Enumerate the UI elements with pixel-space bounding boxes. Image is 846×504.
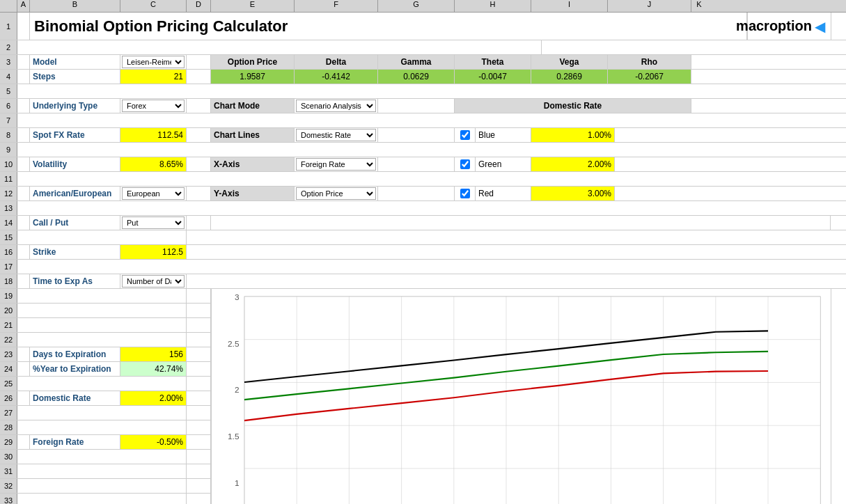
chart-mode-select[interactable]: Scenario Analysis bbox=[296, 100, 376, 112]
underlying-dropdown-cell[interactable]: Forex bbox=[120, 99, 187, 113]
domrate-value[interactable]: 2.00% bbox=[120, 391, 187, 405]
steps-value[interactable]: 21 bbox=[120, 70, 187, 84]
underlying-type-label: Underlying Type bbox=[30, 99, 120, 113]
row-26-num: 26 bbox=[0, 391, 17, 405]
row-22-num: 22 bbox=[0, 333, 17, 347]
row-15-num: 15 bbox=[0, 230, 17, 244]
red-checkbox[interactable] bbox=[460, 189, 470, 198]
row-29-num: 29 bbox=[0, 435, 17, 449]
col-i-header: I bbox=[531, 0, 608, 12]
theta-col-header: Theta bbox=[455, 55, 531, 69]
cell-a1 bbox=[17, 13, 30, 40]
row-33-num: 33 bbox=[0, 494, 17, 504]
col-j-header: J bbox=[608, 0, 691, 12]
volatility-label: Volatility bbox=[30, 157, 120, 171]
page-title: Binomial Option Pricing Calculator bbox=[34, 17, 288, 36]
model-label: Model bbox=[30, 55, 120, 69]
spot-fx-value[interactable]: 112.54 bbox=[120, 128, 187, 142]
row-number-header bbox=[0, 0, 17, 12]
xaxis-dropdown[interactable]: Foreign Rate bbox=[295, 157, 378, 171]
right-spacer bbox=[831, 289, 846, 504]
delta-value: -0.4142 bbox=[295, 70, 378, 84]
steps-label: Steps bbox=[30, 70, 120, 84]
ameur-dropdown[interactable]: European bbox=[120, 187, 187, 200]
row-3-num: 3 bbox=[0, 55, 17, 69]
chart-lines-dropdown[interactable]: Domestic Rate bbox=[295, 128, 378, 142]
red-value[interactable]: 3.00% bbox=[531, 187, 615, 200]
col-b-header: B bbox=[30, 0, 120, 12]
strike-label: Strike bbox=[30, 245, 120, 259]
chart-mode-label: Chart Mode bbox=[211, 99, 295, 113]
cell-k1 bbox=[831, 13, 846, 40]
svg-text:1.5: 1.5 bbox=[228, 432, 240, 441]
yaxis-dropdown[interactable]: Option Price bbox=[295, 187, 378, 200]
chart-svg: 0 0.5 1 1.5 2 2.5 3 -1.00% -0.75% -0.50%… bbox=[214, 292, 828, 504]
rho-col-header: Rho bbox=[608, 55, 691, 69]
svg-text:2.5: 2.5 bbox=[228, 339, 240, 349]
row-30-num: 30 bbox=[0, 450, 17, 464]
row-32-num: 32 bbox=[0, 479, 17, 493]
row-17-num: 17 bbox=[0, 260, 17, 274]
row-21-num: 21 bbox=[0, 318, 17, 332]
ameur-label: American/European bbox=[30, 187, 120, 200]
callput-label: Call / Put bbox=[30, 216, 120, 230]
ameur-select[interactable]: European bbox=[122, 187, 185, 200]
green-value[interactable]: 2.00% bbox=[531, 157, 615, 171]
gamma-value: 0.0629 bbox=[378, 70, 455, 84]
timeexp-select[interactable]: Number of Days bbox=[122, 275, 185, 288]
timeexp-label: Time to Exp As bbox=[30, 274, 120, 288]
callput-dropdown[interactable]: Put bbox=[120, 216, 187, 230]
col-c-header: C bbox=[120, 0, 187, 12]
green-checkbox[interactable] bbox=[460, 159, 470, 169]
option-price-col-header: Option Price bbox=[211, 55, 295, 69]
xaxis-select[interactable]: Foreign Rate bbox=[296, 158, 376, 171]
days-exp-value[interactable]: 156 bbox=[120, 347, 187, 361]
option-price-value: 1.9587 bbox=[211, 70, 295, 84]
pctyr-label: %Year to Expiration bbox=[30, 362, 120, 376]
timeexp-dropdown[interactable]: Number of Days bbox=[120, 274, 187, 288]
row-20-num: 20 bbox=[0, 304, 17, 317]
row-1-num: 1 bbox=[0, 13, 17, 40]
col-g-header: G bbox=[378, 0, 455, 12]
yaxis-select[interactable]: Option Price bbox=[296, 187, 376, 200]
pctyr-value: 42.74% bbox=[120, 362, 187, 376]
red-checkbox-cell[interactable] bbox=[455, 187, 476, 200]
blue-value[interactable]: 1.00% bbox=[531, 128, 615, 142]
row-24-num: 24 bbox=[0, 362, 17, 376]
volatility-value[interactable]: 8.65% bbox=[120, 157, 187, 171]
svg-text:2: 2 bbox=[235, 385, 240, 395]
rho-value: -0.2067 bbox=[608, 70, 691, 84]
row-6-num: 6 bbox=[0, 99, 17, 113]
green-checkbox-cell[interactable] bbox=[455, 157, 476, 171]
svg-rect-0 bbox=[244, 297, 820, 504]
col-f-header: F bbox=[295, 0, 378, 12]
days-exp-label: Days to Expiration bbox=[30, 347, 120, 361]
chart-mode-dropdown[interactable]: Scenario Analysis bbox=[295, 99, 378, 113]
strike-value[interactable]: 112.5 bbox=[120, 245, 187, 259]
forrate-value[interactable]: -0.50% bbox=[120, 435, 187, 449]
callput-select[interactable]: Put bbox=[122, 216, 185, 229]
title-cell: Binomial Option Pricing Calculator bbox=[30, 13, 747, 40]
col-k-header: K bbox=[691, 0, 707, 12]
row-25-num: 25 bbox=[0, 377, 17, 391]
col-d-header: D bbox=[187, 0, 211, 12]
vega-value: 0.2869 bbox=[531, 70, 608, 84]
row-23-num: 23 bbox=[0, 347, 17, 361]
row-16-num: 16 bbox=[0, 245, 17, 259]
chart-lines-label: Chart Lines bbox=[211, 128, 295, 142]
green-label: Green bbox=[476, 157, 531, 171]
svg-text:1: 1 bbox=[235, 478, 240, 488]
blue-checkbox-cell[interactable] bbox=[455, 128, 476, 142]
vega-col-header: Vega bbox=[531, 55, 608, 69]
row-11-num: 11 bbox=[0, 172, 17, 186]
red-label: Red bbox=[476, 187, 531, 200]
blue-label: Blue bbox=[476, 128, 531, 142]
model-dropdown-cell[interactable]: Leisen-Reimer bbox=[120, 55, 187, 69]
spot-fx-label: Spot FX Rate bbox=[30, 128, 120, 142]
chart-lines-select[interactable]: Domestic Rate bbox=[296, 129, 376, 141]
row-13-num: 13 bbox=[0, 201, 17, 215]
underlying-select[interactable]: Forex bbox=[122, 100, 185, 112]
row-31-num: 31 bbox=[0, 464, 17, 478]
model-select[interactable]: Leisen-Reimer bbox=[122, 56, 185, 68]
blue-checkbox[interactable] bbox=[460, 130, 470, 140]
